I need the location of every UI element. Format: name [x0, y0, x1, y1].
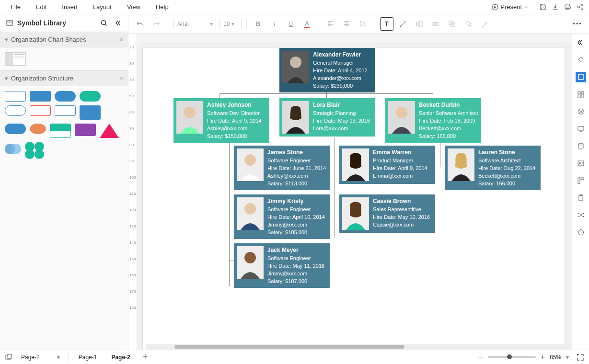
- menu-view[interactable]: View: [119, 0, 148, 13]
- shape-panel-button[interactable]: [576, 72, 586, 82]
- tab-page-2[interactable]: Page-2: [106, 352, 135, 363]
- print-button[interactable]: [562, 2, 573, 12]
- paint-icon: [577, 56, 585, 64]
- org-card[interactable]: James StoneSoftware EngineerHire Date: J…: [234, 146, 330, 190]
- org-card[interactable]: Jimmy KristySoftware EngineerHire Date: …: [234, 194, 330, 239]
- align-center-button[interactable]: [340, 17, 354, 31]
- page[interactable]: Alexander Fowler General Manager Hire Da…: [143, 48, 565, 350]
- font-select[interactable]: Arial▾: [173, 19, 216, 29]
- font-size-select[interactable]: 10 ▾: [219, 19, 242, 29]
- add-page-button[interactable]: +: [140, 352, 151, 362]
- svg-point-9: [400, 25, 401, 27]
- org-card[interactable]: Ashley JohnsonSoftware Dev. DirectorHire…: [173, 98, 269, 143]
- close-icon[interactable]: ×: [119, 75, 123, 82]
- expand-panel-button[interactable]: [576, 37, 586, 48]
- clipboard-panel-button[interactable]: [576, 193, 586, 203]
- shape-thumb[interactable]: [25, 142, 44, 159]
- close-icon[interactable]: ×: [119, 36, 123, 43]
- shape-thumb[interactable]: [30, 91, 51, 102]
- layers-panel-button[interactable]: [576, 106, 586, 117]
- zoom-out-button[interactable]: −: [478, 353, 483, 362]
- redo-button[interactable]: [150, 17, 163, 31]
- line-style-button[interactable]: [478, 17, 491, 31]
- history-panel-button[interactable]: [576, 227, 586, 238]
- shuffle-panel-button[interactable]: [576, 210, 586, 220]
- text-tool-button[interactable]: T: [380, 17, 393, 31]
- shape-thumb[interactable]: [30, 124, 46, 134]
- page-select[interactable]: Page-2 ▾: [17, 352, 64, 363]
- underline-button[interactable]: U: [284, 17, 298, 31]
- fullscreen-button[interactable]: [577, 353, 584, 361]
- shape-thumb[interactable]: [80, 91, 101, 102]
- org-card[interactable]: Cassie BrownSales RepresentitiveHire Dat…: [339, 194, 435, 233]
- download-icon: [552, 3, 559, 11]
- panel-org-structure[interactable]: ▾ Organization Structure ×: [0, 70, 128, 86]
- shape-thumb[interactable]: [75, 124, 96, 136]
- shape-thumb[interactable]: [50, 124, 71, 138]
- tab-page-1[interactable]: Page-1: [74, 352, 102, 363]
- save-button[interactable]: [537, 2, 548, 12]
- shape-thumb[interactable]: [5, 142, 21, 156]
- data-panel-button[interactable]: [576, 141, 586, 151]
- card-email: Beckett@xxx.com: [478, 172, 535, 180]
- zoom-value[interactable]: 85%: [550, 354, 561, 361]
- svg-point-20: [184, 107, 196, 118]
- panel-title: Organization Structure: [11, 75, 73, 82]
- org-card[interactable]: Jack MeyerSoftware EngineerHire Date: Ma…: [234, 243, 330, 288]
- present-button[interactable]: Present: [488, 1, 532, 12]
- shape-thumb[interactable]: [55, 91, 76, 102]
- zoom-in-button[interactable]: +: [541, 353, 545, 362]
- panel-org-chart-shapes[interactable]: ▾ Organization Chart Shapes ×: [0, 32, 128, 47]
- presentation-panel-button[interactable]: [576, 124, 586, 134]
- horizontal-scrollbar[interactable]: [146, 344, 572, 350]
- card-salary: Salary: $150,000: [207, 133, 262, 140]
- menu-file[interactable]: File: [3, 0, 28, 13]
- shape-card-thumb[interactable]: [5, 52, 26, 66]
- more-button[interactable]: •••: [571, 17, 584, 31]
- org-card[interactable]: Emma WarrenProduct ManagerHire Date: Apr…: [339, 146, 435, 184]
- org-card-root[interactable]: Alexander Fowler General Manager Hire Da…: [279, 48, 375, 92]
- chevron-down-icon[interactable]: ▾: [566, 354, 569, 361]
- zoom-slider[interactable]: [488, 356, 536, 358]
- canvas[interactable]: Alexander Fowler General Manager Hire Da…: [137, 42, 572, 350]
- group-button[interactable]: [445, 17, 459, 31]
- grid-panel-button[interactable]: [576, 89, 586, 100]
- align-objects-button[interactable]: [413, 17, 426, 31]
- shape-thumb[interactable]: [30, 105, 51, 116]
- distribute-button[interactable]: [429, 17, 442, 31]
- connector-tool-button[interactable]: [396, 17, 410, 31]
- shape-thumb[interactable]: [5, 124, 26, 134]
- share-button[interactable]: [575, 2, 585, 12]
- svg-point-8: [102, 21, 106, 25]
- card-title: Software Architect: [478, 157, 535, 164]
- card-hire: Hire Date: April 4, 2012: [313, 67, 368, 74]
- search-icon[interactable]: [100, 19, 108, 27]
- download-button[interactable]: [550, 2, 560, 12]
- shape-thumb[interactable]: [5, 91, 26, 102]
- menu-insert[interactable]: Insert: [54, 0, 85, 13]
- fill-panel-button[interactable]: [576, 55, 586, 65]
- org-card[interactable]: Beckett DurbinSenior Software ArchitectH…: [385, 98, 481, 143]
- shape-thumb[interactable]: [100, 124, 119, 138]
- line-spacing-button[interactable]: [357, 17, 370, 31]
- org-card[interactable]: Lauren StoneSoftware ArchitectHire Date:…: [445, 146, 541, 190]
- collapse-sidebar-icon[interactable]: [115, 19, 122, 27]
- shape-thumb[interactable]: [5, 105, 26, 116]
- fill-button[interactable]: [462, 17, 475, 31]
- menu-help[interactable]: Help: [148, 0, 176, 13]
- card-email: Cassie@xxx.com: [373, 221, 430, 228]
- shape-thumb[interactable]: [55, 105, 76, 116]
- shape-thumb[interactable]: [80, 105, 101, 120]
- bold-button[interactable]: B: [252, 17, 265, 31]
- menu-edit[interactable]: Edit: [28, 0, 54, 13]
- menu-layout[interactable]: Layout: [85, 0, 119, 13]
- image-panel-button[interactable]: [576, 158, 586, 169]
- svg-rect-47: [581, 178, 584, 180]
- font-color-button[interactable]: A: [300, 17, 314, 31]
- pages-icon[interactable]: [5, 353, 12, 361]
- ruler-panel-button[interactable]: [576, 175, 586, 186]
- undo-button[interactable]: [133, 17, 147, 31]
- italic-button[interactable]: I: [268, 17, 281, 31]
- org-card[interactable]: Lora BlairStrategic PlanningHire Date: M…: [279, 98, 375, 136]
- align-left-button[interactable]: [324, 17, 337, 31]
